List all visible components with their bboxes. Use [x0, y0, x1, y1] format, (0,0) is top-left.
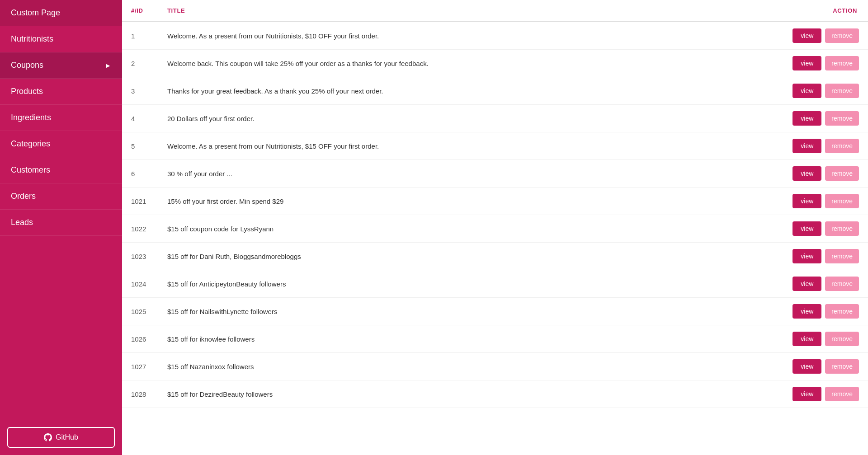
view-button[interactable]: view	[793, 359, 821, 374]
action-group: view remove	[787, 56, 859, 70]
action-group: view remove	[787, 166, 859, 181]
row-action: view remove	[778, 188, 868, 215]
table-row: 1025 $15 off for NailswithLynette follow…	[122, 298, 868, 325]
row-action: view remove	[778, 243, 868, 270]
sidebar-item-label: Custom Page	[11, 8, 60, 18]
remove-button[interactable]: remove	[825, 139, 859, 153]
row-id: 1025	[122, 298, 158, 325]
remove-button[interactable]: remove	[825, 56, 859, 70]
row-title: Welcome back. This coupon will take 25% …	[158, 50, 778, 77]
row-title: $15 off Nazaninxox followers	[158, 353, 778, 380]
sidebar-item-products[interactable]: Products	[0, 79, 122, 105]
remove-button[interactable]: remove	[825, 359, 859, 374]
remove-button[interactable]: remove	[825, 387, 859, 401]
view-button[interactable]: view	[793, 111, 821, 126]
row-action: view remove	[778, 160, 868, 188]
remove-button[interactable]: remove	[825, 84, 859, 98]
view-button[interactable]: view	[793, 277, 821, 291]
remove-button[interactable]: remove	[825, 28, 859, 43]
table-row: 2 Welcome back. This coupon will take 25…	[122, 50, 868, 77]
row-id: 1024	[122, 270, 158, 298]
view-button[interactable]: view	[793, 249, 821, 263]
sidebar-item-label: Coupons	[11, 61, 43, 70]
remove-button[interactable]: remove	[825, 194, 859, 208]
sidebar-item-label: Categories	[11, 139, 50, 149]
sidebar-item-label: Leads	[11, 218, 33, 227]
row-title: 30 % off your order ...	[158, 160, 778, 188]
sidebar-item-nutritionists[interactable]: Nutritionists	[0, 26, 122, 52]
row-id: 1023	[122, 243, 158, 270]
sidebar-item-label: Customers	[11, 165, 50, 175]
action-group: view remove	[787, 194, 859, 208]
action-group: view remove	[787, 249, 859, 263]
coupons-table-container: #/ID TITLE ACTION 1 Welcome. As a presen…	[122, 0, 868, 408]
row-action: view remove	[778, 325, 868, 353]
table-row: 1021 15% off your first order. Min spend…	[122, 188, 868, 215]
view-button[interactable]: view	[793, 194, 821, 208]
view-button[interactable]: view	[793, 387, 821, 401]
view-button[interactable]: view	[793, 166, 821, 181]
view-button[interactable]: view	[793, 56, 821, 70]
github-label: GitHub	[56, 433, 78, 441]
row-title: Welcome. As a present from our Nutrition…	[158, 22, 778, 50]
sidebar-item-coupons[interactable]: Coupons►	[0, 52, 122, 79]
table-row: 5 Welcome. As a present from our Nutriti…	[122, 132, 868, 160]
column-header-title: TITLE	[158, 0, 778, 22]
table-row: 3 Thanks for your great feedback. As a t…	[122, 77, 868, 105]
table-row: 1028 $15 off for DeziredBeauty followers…	[122, 380, 868, 408]
sidebar-item-label: Nutritionists	[11, 34, 53, 44]
action-group: view remove	[787, 359, 859, 374]
row-id: 3	[122, 77, 158, 105]
table-header-row: #/ID TITLE ACTION	[122, 0, 868, 22]
sidebar-item-categories[interactable]: Categories	[0, 131, 122, 157]
column-header-id: #/ID	[122, 0, 158, 22]
sidebar-item-label: Ingredients	[11, 113, 51, 122]
view-button[interactable]: view	[793, 221, 821, 236]
view-button[interactable]: view	[793, 28, 821, 43]
row-id: 4	[122, 105, 158, 132]
sidebar-item-label: Products	[11, 87, 43, 96]
view-button[interactable]: view	[793, 84, 821, 98]
row-action: view remove	[778, 77, 868, 105]
view-button[interactable]: view	[793, 304, 821, 319]
action-group: view remove	[787, 111, 859, 126]
row-id: 1022	[122, 215, 158, 243]
remove-button[interactable]: remove	[825, 332, 859, 346]
action-group: view remove	[787, 139, 859, 153]
row-title: $15 off for NailswithLynette followers	[158, 298, 778, 325]
chevron-right-icon: ►	[105, 62, 111, 69]
row-title: $15 off for DeziredBeauty followers	[158, 380, 778, 408]
sidebar-item-orders[interactable]: Orders	[0, 183, 122, 210]
row-title: Thanks for your great feedback. As a tha…	[158, 77, 778, 105]
row-id: 6	[122, 160, 158, 188]
github-button[interactable]: GitHub	[7, 427, 115, 448]
sidebar: Custom PageNutritionistsCoupons►Products…	[0, 0, 122, 455]
remove-button[interactable]: remove	[825, 277, 859, 291]
row-action: view remove	[778, 105, 868, 132]
row-id: 1021	[122, 188, 158, 215]
table-row: 4 20 Dollars off your first order. view …	[122, 105, 868, 132]
table-row: 1026 $15 off for iknowlee followers view…	[122, 325, 868, 353]
row-id: 2	[122, 50, 158, 77]
sidebar-item-custom-page[interactable]: Custom Page	[0, 0, 122, 26]
sidebar-item-leads[interactable]: Leads	[0, 210, 122, 236]
row-action: view remove	[778, 298, 868, 325]
coupons-table: #/ID TITLE ACTION 1 Welcome. As a presen…	[122, 0, 868, 408]
table-row: 1023 $15 off for Dani Ruth, Bloggsandmor…	[122, 243, 868, 270]
remove-button[interactable]: remove	[825, 221, 859, 236]
row-action: view remove	[778, 215, 868, 243]
row-action: view remove	[778, 50, 868, 77]
main-content: #/ID TITLE ACTION 1 Welcome. As a presen…	[122, 0, 868, 455]
action-group: view remove	[787, 304, 859, 319]
table-row: 1 Welcome. As a present from our Nutriti…	[122, 22, 868, 50]
action-group: view remove	[787, 28, 859, 43]
remove-button[interactable]: remove	[825, 111, 859, 126]
sidebar-item-customers[interactable]: Customers	[0, 157, 122, 183]
sidebar-item-label: Orders	[11, 192, 36, 201]
remove-button[interactable]: remove	[825, 166, 859, 181]
view-button[interactable]: view	[793, 332, 821, 346]
remove-button[interactable]: remove	[825, 304, 859, 319]
view-button[interactable]: view	[793, 139, 821, 153]
remove-button[interactable]: remove	[825, 249, 859, 263]
sidebar-item-ingredients[interactable]: Ingredients	[0, 105, 122, 131]
